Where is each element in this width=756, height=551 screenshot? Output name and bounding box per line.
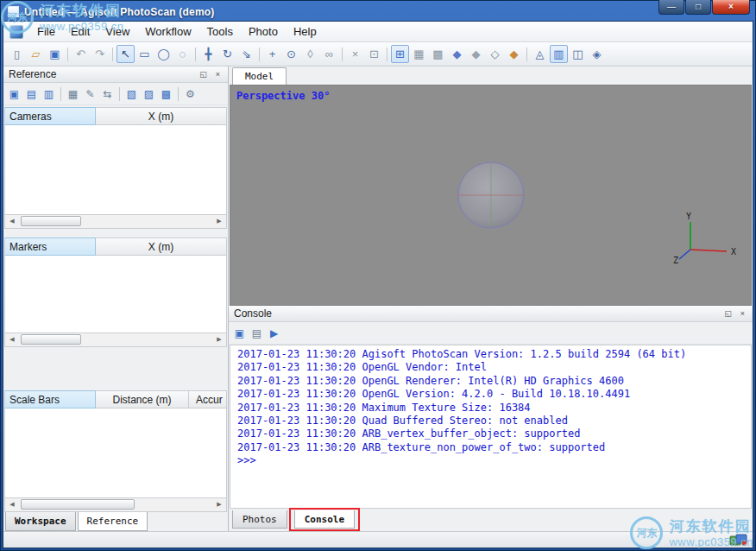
menu-photo[interactable]: Photo bbox=[241, 22, 286, 41]
refresh-icon[interactable]: ⇆ bbox=[99, 86, 116, 102]
scroll-thumb[interactable] bbox=[21, 499, 135, 510]
attach-tool-icon[interactable]: ∞ bbox=[320, 45, 338, 63]
toolbar-separator bbox=[256, 47, 262, 62]
wireframe-view-icon[interactable]: ◇ bbox=[486, 45, 504, 63]
menu-view[interactable]: View bbox=[98, 22, 137, 41]
cameras-table: Cameras X (m) ◀ ▶ bbox=[4, 107, 227, 229]
solid-view-icon[interactable]: ◆ bbox=[467, 45, 485, 63]
scroll-left-icon[interactable]: ◀ bbox=[5, 215, 19, 227]
stereo-view-icon[interactable]: ◫ bbox=[569, 45, 587, 63]
import-reference-icon[interactable]: ▣ bbox=[6, 86, 22, 102]
minimize-button[interactable]: — bbox=[658, 0, 684, 15]
console-log[interactable]: 2017-01-23 11:30:20 Agisoft PhotoScan Ve… bbox=[230, 345, 752, 509]
markers-list[interactable] bbox=[4, 256, 227, 333]
save-project-icon[interactable]: ▣ bbox=[46, 45, 64, 63]
polygon-tool-icon[interactable]: ◊ bbox=[301, 45, 319, 63]
navigation-icon[interactable]: ↖ bbox=[117, 45, 135, 63]
model-viewport[interactable]: Perspective 30° bbox=[230, 85, 752, 306]
show-photos-icon[interactable]: ▥ bbox=[550, 45, 568, 63]
markers-hscrollbar[interactable]: ◀ ▶ bbox=[4, 333, 227, 347]
markers-column-header[interactable]: Markers bbox=[4, 238, 96, 256]
toolbar-separator bbox=[117, 86, 123, 102]
mesh-view-icon[interactable]: ▩ bbox=[429, 45, 447, 63]
point-cloud-view-icon[interactable]: ⊞ bbox=[391, 45, 409, 63]
markers-x-column-header[interactable]: X (m) bbox=[96, 238, 227, 256]
view-errors-icon[interactable]: ▨ bbox=[141, 86, 157, 102]
float-panel-icon[interactable]: ◱ bbox=[721, 307, 734, 320]
scroll-right-icon[interactable]: ▶ bbox=[212, 333, 226, 345]
navigation-mode-icon[interactable]: ◈ bbox=[588, 45, 606, 63]
circle-selection-icon[interactable]: ◯ bbox=[154, 45, 173, 63]
scroll-left-icon[interactable]: ◀ bbox=[5, 333, 19, 345]
tab-model[interactable]: Model bbox=[232, 67, 287, 85]
dense-cloud-view-icon[interactable]: ▦ bbox=[410, 45, 428, 63]
menu-edit[interactable]: Edit bbox=[63, 22, 98, 41]
save-log-icon[interactable]: ▣ bbox=[231, 325, 248, 341]
undo-icon[interactable]: ↶ bbox=[72, 45, 90, 63]
update-transform-icon[interactable]: ✎ bbox=[82, 86, 98, 102]
textured-view-icon[interactable]: ◆ bbox=[505, 45, 523, 63]
add-point-icon[interactable]: + bbox=[263, 45, 281, 63]
distance-column-header[interactable]: Distance (m) bbox=[96, 390, 189, 408]
scale-bars-column-header[interactable]: Scale Bars bbox=[4, 390, 96, 408]
cameras-hscrollbar[interactable]: ◀ ▶ bbox=[4, 215, 227, 229]
viewport-overlay-label: Perspective 30° bbox=[236, 90, 330, 102]
tab-reference[interactable]: Reference bbox=[78, 512, 148, 531]
menu-file[interactable]: File bbox=[29, 22, 63, 41]
freeform-selection-icon[interactable]: ◌ bbox=[173, 45, 192, 63]
markers-table: Markers X (m) ◀ ▶ bbox=[4, 238, 227, 347]
scroll-right-icon[interactable]: ▶ bbox=[212, 215, 226, 227]
tab-workspace[interactable]: Workspace bbox=[5, 512, 76, 531]
export-log-icon[interactable]: ▤ bbox=[249, 325, 265, 341]
redo-icon[interactable]: ↷ bbox=[91, 45, 109, 63]
toolbar-separator bbox=[384, 47, 390, 62]
scroll-thumb[interactable] bbox=[21, 216, 81, 226]
export-reference-icon[interactable]: ▤ bbox=[23, 86, 40, 102]
new-project-icon[interactable]: ▯ bbox=[8, 45, 26, 63]
shaded-view-icon[interactable]: ◆ bbox=[448, 45, 466, 63]
menu-help[interactable]: Help bbox=[286, 22, 324, 41]
close-panel-icon[interactable]: × bbox=[736, 307, 749, 320]
accuracy-column-header[interactable]: Accur bbox=[189, 390, 227, 408]
delete-icon[interactable]: × bbox=[346, 45, 364, 63]
scroll-thumb[interactable] bbox=[21, 334, 81, 345]
convert-reference-icon[interactable]: ▥ bbox=[41, 86, 57, 102]
settings-icon[interactable]: ⚙ bbox=[182, 86, 198, 102]
cameras-column-header[interactable]: Cameras bbox=[4, 107, 96, 125]
run-script-icon[interactable]: ▶ bbox=[266, 325, 282, 341]
maximize-button[interactable]: □ bbox=[685, 0, 711, 15]
cameras-x-column-header[interactable]: X (m) bbox=[96, 107, 227, 125]
float-panel-icon[interactable]: ◱ bbox=[197, 68, 210, 80]
bottom-tabs: Photos Console bbox=[229, 509, 753, 531]
crop-icon[interactable]: ⊡ bbox=[365, 45, 383, 63]
magnifier-icon[interactable]: ⊙ bbox=[282, 45, 300, 63]
menu-workflow[interactable]: Workflow bbox=[137, 22, 198, 41]
scroll-left-icon[interactable]: ◀ bbox=[5, 498, 19, 510]
scale-bars-list[interactable] bbox=[4, 408, 227, 498]
view-source-icon[interactable]: ▩ bbox=[158, 86, 174, 102]
optimize-cameras-icon[interactable]: ▦ bbox=[65, 86, 81, 102]
console-line: 2017-01-23 11:30:20 ARB_texture_non_powe… bbox=[237, 441, 744, 454]
rotate-region-icon[interactable]: ↻ bbox=[218, 45, 236, 63]
toolbar-separator bbox=[65, 47, 71, 62]
close-panel-icon[interactable]: × bbox=[211, 68, 224, 80]
cameras-list[interactable] bbox=[4, 125, 227, 215]
resize-region-icon[interactable]: ⇘ bbox=[237, 45, 255, 63]
window-frame: FileEditViewWorkflowToolsPhotoHelp ▯▱▣↶↷… bbox=[3, 21, 753, 548]
show-cameras-icon[interactable]: ◬ bbox=[531, 45, 549, 63]
tab-photos[interactable]: Photos bbox=[232, 510, 287, 529]
scroll-right-icon[interactable]: ▶ bbox=[212, 498, 226, 510]
console-line: 2017-01-23 11:30:20 Agisoft PhotoScan Ve… bbox=[237, 348, 744, 361]
rectangle-selection-icon[interactable]: ▭ bbox=[135, 45, 154, 63]
move-region-icon[interactable]: ╋ bbox=[199, 45, 217, 63]
main-toolbar: ▯▱▣↶↷↖▭◯◌╋↻⇘+⊙◊∞×⊡⊞▦▩◆◆◇◆◬▥◫◈ bbox=[3, 42, 753, 66]
view-estimated-icon[interactable]: ▧ bbox=[123, 86, 140, 102]
tab-console[interactable]: Console bbox=[294, 510, 355, 529]
toolbar-separator bbox=[524, 47, 530, 62]
titlebar[interactable]: Untitled — Agisoft PhotoScan (demo) —□× bbox=[0, 0, 756, 21]
close-button[interactable]: × bbox=[712, 0, 750, 15]
scale-bars-hscrollbar[interactable]: ◀ ▶ bbox=[4, 498, 227, 512]
open-project-icon[interactable]: ▱ bbox=[27, 45, 45, 63]
main-view-column: Model Perspective 30° bbox=[229, 66, 753, 531]
menu-tools[interactable]: Tools bbox=[199, 22, 241, 41]
